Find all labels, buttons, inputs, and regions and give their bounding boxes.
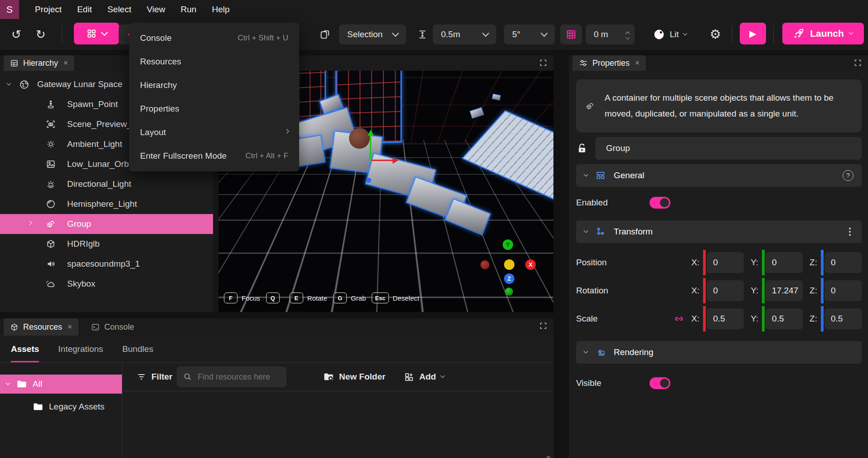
tab-console[interactable]: Console [85, 318, 141, 336]
selection-mode-dropdown[interactable]: Selection [339, 24, 406, 44]
tab-properties[interactable]: Properties × [572, 55, 646, 71]
section-general[interactable]: General ? [576, 164, 862, 187]
vertical-snap-button[interactable] [413, 24, 432, 44]
filter-dropdown[interactable]: Filter [136, 363, 180, 391]
undo-button[interactable]: ↺ [7, 24, 25, 44]
menu-item-properties[interactable]: Properties [129, 97, 299, 121]
scrollbar-thumb[interactable] [547, 456, 550, 458]
scale-y-input[interactable]: 0.5 [766, 308, 803, 329]
section-transform[interactable]: Transform [576, 220, 862, 243]
gizmo-y-arrow[interactable] [368, 130, 374, 136]
expand-panel-button[interactable] [539, 322, 547, 330]
tree-item-selected[interactable]: Group [0, 214, 213, 234]
subtab-assets[interactable]: Assets [11, 336, 39, 362]
layout-grid-button[interactable] [74, 23, 119, 44]
folder-item-all[interactable]: All [0, 375, 122, 394]
visible-toggle[interactable] [650, 377, 670, 389]
subtab-integrations[interactable]: Integrations [58, 336, 103, 362]
grid-toggle-button[interactable] [560, 24, 582, 44]
unlock-icon[interactable] [576, 142, 588, 154]
position-x-input[interactable]: 0 [707, 252, 744, 273]
menu-project[interactable]: Project [27, 5, 69, 15]
enabled-toggle[interactable] [650, 197, 670, 209]
subtab-bundles[interactable]: Bundles [122, 336, 154, 362]
tree-item[interactable]: Hemisphere_Light [0, 194, 213, 214]
axis-badge-y[interactable]: Y [503, 239, 513, 250]
axis-y-label: Y: [751, 286, 758, 296]
gizmo-z-handle[interactable] [366, 178, 371, 183]
close-icon[interactable]: × [635, 58, 640, 68]
menu-item-fullscreen[interactable]: Enter Fullscreen Mode Ctrl + Alt + F [129, 144, 299, 168]
tree-item[interactable]: Directional_Light [0, 174, 213, 194]
menu-run[interactable]: Run [173, 5, 204, 15]
expand-panel-button[interactable] [854, 59, 862, 67]
rotation-z-input[interactable]: 0 [824, 280, 862, 301]
close-icon[interactable]: × [68, 322, 72, 331]
grid-size-dropdown[interactable]: 0.5m [433, 24, 496, 44]
menu-item-console[interactable]: Console Ctrl + Shift + U [129, 26, 299, 50]
menu-help[interactable]: Help [204, 5, 237, 15]
expand-panel-button[interactable] [539, 59, 547, 67]
section-rendering[interactable]: Rendering [576, 341, 862, 364]
add-resource-dropdown[interactable]: Add [404, 363, 444, 391]
rotation-snap-dropdown[interactable]: 5° [504, 24, 555, 44]
hint-label: Deselect [393, 294, 419, 302]
help-icon[interactable]: ? [843, 170, 853, 181]
menu-item-resources[interactable]: Resources [129, 50, 299, 73]
scale-x-input[interactable]: 0.5 [707, 308, 744, 329]
grid-height-stepper[interactable]: 0 m [586, 24, 635, 44]
hint-label: Rotate [307, 294, 327, 302]
gizmo-sphere-green [505, 287, 513, 296]
search-input[interactable] [197, 372, 276, 382]
app-logo[interactable]: S [0, 0, 19, 19]
rotation-y-input[interactable]: 17.247 [766, 280, 803, 301]
keycap-e: E [290, 292, 303, 303]
redo-button[interactable]: ↻ [32, 24, 50, 44]
gizmo-x-axis[interactable] [372, 160, 393, 161]
keycap-q: Q [266, 292, 280, 303]
position-z-group: Z: 0 [810, 250, 862, 275]
settings-button[interactable]: ⚙ [705, 24, 725, 44]
tree-item-label: Hemisphere_Light [67, 199, 137, 209]
stepper-arrows[interactable] [626, 30, 629, 39]
axis-badge-center[interactable] [504, 259, 514, 270]
launch-button[interactable]: Launch [782, 23, 864, 44]
menu-item-hierarchy[interactable]: Hierarchy [129, 73, 299, 97]
rotation-z-group: Z: 0 [810, 278, 862, 303]
axis-badge-z[interactable]: Z [504, 273, 514, 284]
scale-z-input[interactable]: 0.5 [824, 308, 862, 329]
tree-item[interactable]: spacesoundmp3_1 [0, 254, 213, 274]
menu-item-layout[interactable]: Layout [129, 121, 299, 144]
ambient-light-icon [46, 139, 56, 149]
chevron-down-icon[interactable] [7, 81, 11, 86]
tab-resources[interactable]: Resources × [4, 318, 78, 336]
play-button[interactable]: ▶ [740, 23, 766, 44]
rotation-x-input[interactable]: 0 [707, 280, 744, 301]
close-icon[interactable]: × [63, 58, 68, 68]
properties-panel: Properties × A container for multiple sc… [569, 55, 868, 458]
visible-label: Visible [576, 378, 650, 388]
tree-item[interactable]: Skybox [0, 274, 213, 294]
gizmo-x-arrow[interactable] [393, 157, 398, 164]
new-folder-button[interactable]: New Folder [323, 363, 385, 391]
axis-badge-x[interactable]: X [525, 259, 536, 270]
shading-mode-dropdown[interactable]: Lit [644, 24, 696, 44]
tree-item[interactable]: HDRIglb [0, 234, 213, 254]
link-scale-icon[interactable] [674, 313, 684, 324]
bounds-tool-button[interactable] [315, 24, 335, 44]
menu-view[interactable]: View [139, 5, 173, 15]
gizmo-y-axis[interactable] [370, 135, 371, 161]
sliders-icon [579, 58, 588, 68]
kebab-menu-icon[interactable] [849, 231, 851, 233]
menu-select[interactable]: Select [100, 5, 139, 15]
object-name-field[interactable]: Group [595, 137, 862, 160]
tab-hierarchy[interactable]: Hierarchy × [4, 55, 74, 71]
chevron-right-icon[interactable] [28, 221, 32, 225]
scale-row: Scale X: 0.5 Y: 0.5 Z: 0.5 [576, 306, 862, 332]
object-description-box: A container for multiple scene objects t… [576, 79, 862, 132]
position-z-input[interactable]: 0 [824, 252, 862, 273]
resource-search[interactable] [177, 366, 286, 387]
position-y-input[interactable]: 0 [766, 252, 803, 273]
folder-item-legacy[interactable]: Legacy Assets [0, 397, 122, 416]
menu-edit[interactable]: Edit [69, 5, 100, 15]
